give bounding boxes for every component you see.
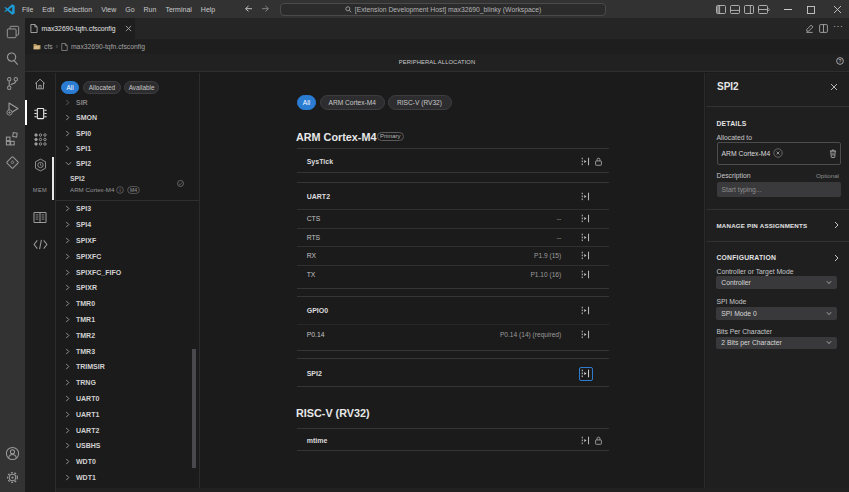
svg-text:i: i xyxy=(119,187,120,192)
svg-text:?: ? xyxy=(838,59,841,64)
svg-text:M4: M4 xyxy=(130,186,137,192)
